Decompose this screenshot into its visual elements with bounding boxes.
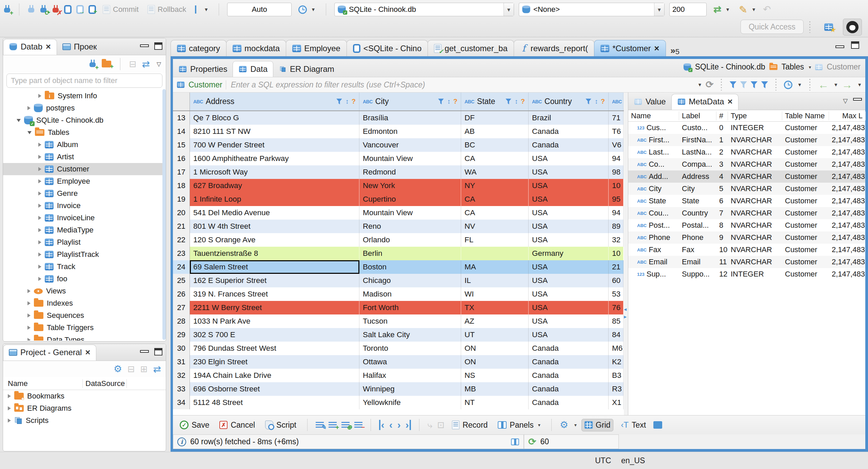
fetch-size-input[interactable]: 200 bbox=[669, 3, 707, 16]
row-number[interactable]: 25 bbox=[173, 274, 190, 287]
new-connection-icon[interactable]: + bbox=[89, 60, 96, 68]
grid-cell[interactable]: 230 Elgin Street bbox=[190, 355, 359, 369]
grid-cell[interactable]: ON bbox=[461, 342, 529, 355]
grid-cell[interactable]: 32 bbox=[609, 233, 624, 247]
filter-funnel-icon[interactable] bbox=[586, 99, 591, 104]
delete-row-icon[interactable]: − bbox=[354, 422, 362, 428]
grid-cell[interactable]: BC bbox=[461, 138, 529, 152]
apply-filter-icon[interactable]: ✓ bbox=[729, 81, 736, 88]
grid-cell[interactable]: Mountain View bbox=[359, 206, 461, 220]
grid-cell[interactable]: Brazil bbox=[529, 111, 609, 125]
tree-item-mediatype[interactable]: MediaType bbox=[3, 224, 166, 236]
schema-combo[interactable]: <None> ▼ bbox=[519, 3, 665, 16]
editor-tab-rewards-report-[interactable]: frewards_report( bbox=[514, 40, 594, 56]
sort-icon[interactable]: ↕ bbox=[346, 98, 349, 105]
grid-cell[interactable]: Canada bbox=[529, 369, 609, 382]
row-number[interactable]: 23 bbox=[173, 247, 190, 260]
row-number[interactable]: 18 bbox=[173, 179, 190, 192]
meta-column-header-name[interactable]: Name bbox=[628, 111, 679, 120]
tree-expand-icon[interactable] bbox=[38, 277, 41, 281]
metadata-row[interactable]: ABCCou...Country7NVARCHARCustomer2,147,4… bbox=[628, 207, 865, 219]
grid-cell[interactable]: USA bbox=[529, 314, 609, 328]
tab-value[interactable]: Value bbox=[628, 94, 671, 110]
maximize-icon[interactable] bbox=[154, 42, 162, 50]
grid-cell[interactable]: ON bbox=[461, 355, 529, 369]
grid-cell[interactable]: USA bbox=[529, 179, 609, 192]
row-number[interactable]: 32 bbox=[173, 369, 190, 382]
tree-item-invoiceline[interactable]: InvoiceLine bbox=[3, 212, 166, 224]
grid-cell[interactable]: AZ bbox=[461, 314, 529, 328]
tree-expand-icon[interactable] bbox=[8, 419, 11, 423]
project-item-er-diagrams[interactable]: ER Diagrams bbox=[3, 402, 166, 414]
meta-column-header-label[interactable]: Label bbox=[679, 111, 716, 120]
row-number[interactable]: 13 bbox=[173, 111, 190, 125]
tree-expand-icon[interactable] bbox=[38, 240, 41, 244]
sort-icon[interactable]: ↕ bbox=[595, 98, 598, 105]
grid-cell[interactable]: 801 W 4th Street bbox=[190, 220, 359, 233]
tree-expand-icon[interactable] bbox=[27, 338, 31, 341]
tab-metadata[interactable]: MetaData ✕ bbox=[671, 94, 739, 110]
grid-cell[interactable]: 60 bbox=[609, 274, 624, 287]
new-sql-editor-icon[interactable]: + bbox=[88, 5, 96, 14]
grid-cell[interactable]: Canada bbox=[529, 342, 609, 355]
grid-cell[interactable]: 53 bbox=[609, 287, 624, 301]
row-number[interactable]: 22 bbox=[173, 233, 190, 247]
grid-cell[interactable]: Fort Worth bbox=[359, 301, 461, 314]
grid-cell[interactable]: Vancouver bbox=[359, 138, 461, 152]
link-with-editor-icon[interactable]: ⇄ bbox=[153, 364, 161, 375]
close-icon[interactable]: ✕ bbox=[654, 44, 660, 53]
project-item-scripts[interactable]: Scripts bbox=[3, 414, 166, 427]
grid-cell[interactable]: USA bbox=[529, 328, 609, 342]
tree-expand-icon[interactable] bbox=[38, 228, 41, 232]
metadata-row[interactable]: ABCCityCity5NVARCHARCustomer2,147,483 bbox=[628, 183, 865, 195]
editor-tab--customer[interactable]: *Customer✕ bbox=[594, 40, 666, 56]
editor-tab-mockdata[interactable]: mockdata bbox=[226, 40, 286, 56]
row-number[interactable]: 16 bbox=[173, 152, 190, 165]
grid-cell[interactable]: FL bbox=[461, 233, 529, 247]
refresh-dropdown[interactable]: ⇄ ▼ bbox=[711, 3, 732, 16]
grid-cell[interactable]: Canada bbox=[529, 125, 609, 138]
grid-cell[interactable]: 76 bbox=[609, 301, 624, 314]
grid-cell[interactable]: Qe 7 Bloco G bbox=[190, 111, 359, 125]
editor-tab-employee[interactable]: Employee bbox=[286, 40, 347, 56]
grid-cell[interactable]: 194A Chain Lake Drive bbox=[190, 369, 359, 382]
filter-funnel-icon[interactable] bbox=[438, 99, 444, 104]
first-row-icon[interactable]: ‹ bbox=[379, 420, 384, 430]
tree-expand-icon[interactable] bbox=[27, 106, 31, 110]
grid-cell[interactable]: 627 Broadway bbox=[190, 179, 359, 192]
row-number[interactable]: 21 bbox=[173, 220, 190, 233]
disconnect-icon[interactable]: ✗ bbox=[52, 5, 59, 14]
tree-expand-icon[interactable] bbox=[38, 179, 41, 183]
grid-cell[interactable]: Yellowknife bbox=[359, 396, 461, 409]
grid-cell[interactable]: 94 bbox=[609, 152, 624, 165]
grid-cell[interactable]: WI bbox=[461, 287, 529, 301]
grid-cell[interactable]: 84 bbox=[609, 328, 624, 342]
tree-item-playlisttrack[interactable]: PlaylistTrack bbox=[3, 248, 166, 261]
row-number[interactable]: 24 bbox=[173, 260, 190, 274]
refresh-icon[interactable]: ⟳ bbox=[706, 80, 713, 89]
chevron-down-icon[interactable]: ▼ bbox=[654, 3, 664, 16]
tab-er-diagram[interactable]: ER Diagram bbox=[273, 61, 340, 77]
grid-cell[interactable]: UT bbox=[461, 328, 529, 342]
connect-icon[interactable] bbox=[27, 5, 35, 14]
grid-cell[interactable]: Mountain View bbox=[359, 152, 461, 165]
grid-cell[interactable]: IL bbox=[461, 274, 529, 287]
grid-cell[interactable]: Canada bbox=[529, 382, 609, 396]
tree-item-indexes[interactable]: Indexes bbox=[3, 297, 166, 309]
row-number[interactable]: 33 bbox=[173, 382, 190, 396]
filter-history-dropdown-icon[interactable]: ▼ bbox=[697, 82, 702, 87]
row-number[interactable]: 34 bbox=[173, 396, 190, 409]
metadata-row[interactable]: ABCFaxFax10NVARCHARCustomer2,147,483 bbox=[628, 244, 865, 256]
transaction-log-dropdown[interactable]: ▼ bbox=[296, 4, 318, 15]
text-view-button[interactable]: ‹T Text bbox=[618, 419, 649, 431]
tree-expand-icon[interactable] bbox=[38, 265, 41, 269]
grid-cell[interactable]: 85 bbox=[609, 314, 624, 328]
editor-tab--sqlite-chino[interactable]: <SQLite - Chino bbox=[347, 40, 428, 56]
grid-cell[interactable]: Berlin bbox=[359, 247, 461, 260]
tree-expand-icon[interactable] bbox=[38, 191, 41, 196]
grid-cell[interactable]: USA bbox=[529, 233, 609, 247]
reconnect-icon[interactable]: ⟳ bbox=[40, 5, 47, 14]
grid-cell[interactable]: DF bbox=[461, 111, 529, 125]
metadata-row[interactable]: ABCEmailEmail11NVARCHARCustomer2,147,483 bbox=[628, 256, 865, 268]
grid-cell[interactable]: 89 bbox=[609, 220, 624, 233]
